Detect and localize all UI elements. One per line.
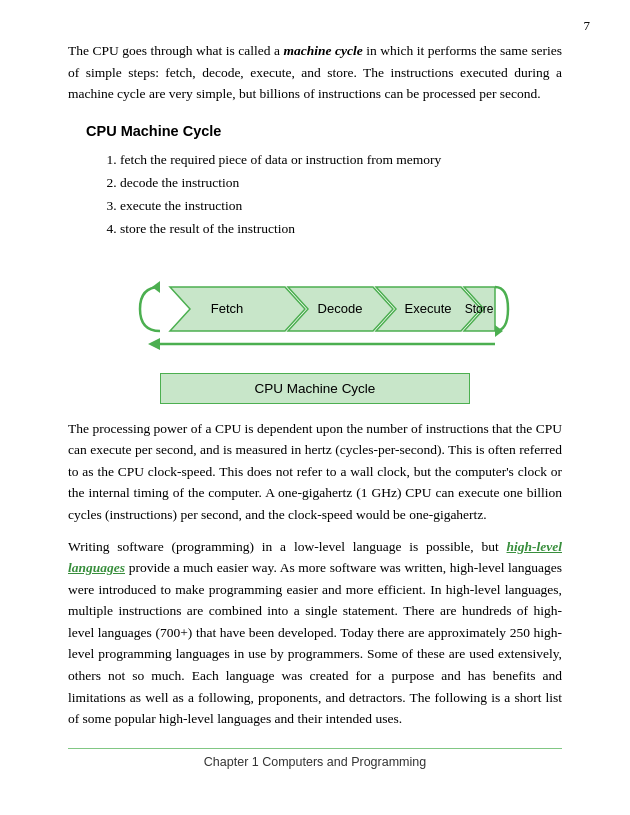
paragraph3: Writing software (programming) in a low-…	[68, 536, 562, 730]
paragraph3-start: Writing software (programming) in a low-…	[68, 539, 507, 554]
svg-text:Store: Store	[465, 302, 494, 316]
svg-text:Decode: Decode	[318, 301, 363, 316]
cpu-list: fetch the required piece of data or inst…	[120, 149, 562, 241]
list-item: decode the instruction	[120, 172, 562, 195]
svg-text:Fetch: Fetch	[211, 301, 244, 316]
list-item: store the result of the instruction	[120, 218, 562, 241]
list-item: execute the instruction	[120, 195, 562, 218]
machine-cycle-term: machine cycle	[284, 43, 363, 58]
footer-text: Chapter 1 Computers and Programming	[68, 755, 562, 769]
intro-paragraph: The CPU goes through what is called a ma…	[68, 40, 562, 105]
paragraph3-end: provide a much easier way. As more softw…	[68, 560, 562, 726]
svg-marker-7	[148, 338, 160, 350]
paragraph2: The processing power of a CPU is depende…	[68, 418, 562, 526]
svg-marker-5	[495, 325, 503, 337]
svg-text:Execute: Execute	[405, 301, 452, 316]
section-heading: CPU Machine Cycle	[86, 123, 562, 139]
diagram-label: CPU Machine Cycle	[160, 373, 470, 404]
page-number: 7	[584, 18, 591, 34]
footer-divider	[68, 748, 562, 749]
cpu-cycle-diagram: Fetch Decode Execute Store CPU Machine C…	[130, 259, 500, 404]
svg-marker-0	[152, 281, 160, 293]
list-item: fetch the required piece of data or inst…	[120, 149, 562, 172]
cpu-cycle-svg: Fetch Decode Execute Store	[130, 259, 510, 369]
